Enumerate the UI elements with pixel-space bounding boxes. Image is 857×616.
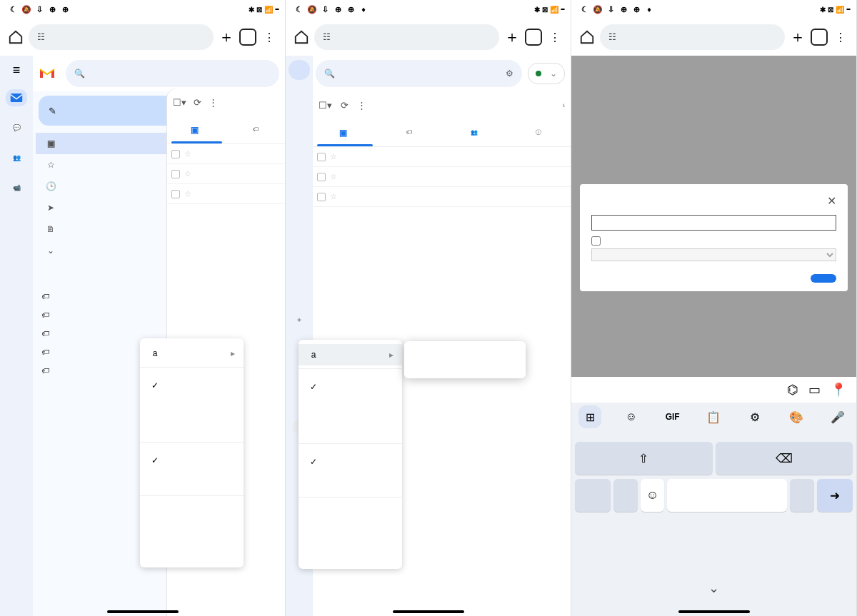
refresh-icon[interactable]: ⟳	[194, 97, 201, 108]
browser-menu-icon[interactable]: ⋮	[546, 29, 563, 46]
search-input[interactable]: 🔍	[66, 60, 279, 87]
new-tab-icon[interactable]: ＋	[503, 29, 521, 46]
star-icon[interactable]: ☆	[330, 172, 337, 181]
menu-show[interactable]: ✓	[140, 375, 244, 396]
prev-page-icon[interactable]: ‹	[563, 101, 565, 109]
menu-show-msg[interactable]: ✓	[299, 451, 402, 473]
save-button[interactable]	[811, 274, 836, 283]
checkbox[interactable]	[171, 190, 180, 198]
email-row[interactable]: ☆	[313, 167, 571, 187]
email-row[interactable]: ☆	[313, 147, 571, 167]
nav-handle[interactable]	[393, 610, 464, 613]
collapse-keyboard-icon[interactable]: ⌄	[708, 580, 719, 596]
checkbox[interactable]	[171, 150, 180, 158]
more-actions-icon[interactable]: ⋮	[209, 97, 218, 108]
home-icon[interactable]	[293, 29, 310, 46]
rail-spaces[interactable]: 👥	[0, 149, 33, 168]
nest-checkbox[interactable]	[591, 236, 601, 246]
search-input[interactable]: 🔍 ⚙	[316, 60, 522, 87]
home-icon[interactable]	[578, 29, 596, 46]
add-label-icon[interactable]: ＋	[286, 310, 313, 330]
star-icon[interactable]: ☆	[184, 149, 191, 158]
menu-edit[interactable]	[140, 499, 244, 520]
menu-label-colour[interactable]: a▸	[140, 343, 244, 364]
menu-add-sublabel[interactable]	[299, 543, 402, 565]
remove-colour[interactable]	[411, 364, 518, 371]
menu-hide[interactable]	[299, 419, 402, 440]
location-icon[interactable]: 📍	[831, 382, 846, 398]
menu-remove-label[interactable]	[299, 522, 402, 543]
star-icon[interactable]: ☆	[330, 152, 337, 161]
browser-menu-icon[interactable]: ⋮	[261, 29, 278, 46]
new-tab-icon[interactable]: ＋	[218, 29, 235, 46]
kb-clipboard-icon[interactable]: 📋	[702, 405, 725, 428]
menu-show[interactable]: ✓	[299, 376, 402, 398]
status-chip[interactable]: ⌄	[528, 63, 565, 84]
tab-promotions[interactable]: 🏷	[226, 126, 286, 133]
kb-mic-icon[interactable]: 🎤	[826, 405, 849, 428]
new-tab-icon[interactable]: ＋	[789, 29, 806, 46]
emoji-key[interactable]: ☺	[641, 479, 665, 512]
tab-social[interactable]: 👥	[442, 129, 506, 136]
period-key[interactable]	[790, 479, 814, 512]
gmail-logo[interactable]	[39, 65, 60, 82]
star-icon[interactable]: ☆	[330, 192, 337, 201]
menu-hide-msg[interactable]	[140, 471, 244, 493]
star-icon[interactable]: ☆	[184, 189, 191, 198]
hamburger-icon[interactable]: ≡	[13, 63, 21, 78]
select-all-checkbox[interactable]: ☐▾	[173, 97, 186, 108]
rail-chat[interactable]: 💬	[0, 119, 33, 138]
star-icon[interactable]: ☆	[184, 169, 191, 178]
checkbox[interactable]	[171, 170, 180, 178]
tab-primary[interactable]: ▣	[313, 118, 377, 146]
space-key[interactable]	[667, 479, 787, 512]
menu-edit[interactable]	[299, 500, 402, 522]
tab-switcher[interactable]	[525, 29, 542, 46]
kb-menu-icon[interactable]: ⊞	[578, 405, 601, 428]
home-icon[interactable]	[7, 29, 24, 46]
checkbox[interactable]	[317, 153, 326, 161]
nav-handle[interactable]	[107, 610, 179, 613]
nav-handle[interactable]	[678, 610, 750, 613]
comma-key[interactable]	[613, 479, 638, 512]
shift-key[interactable]: ⇧	[575, 442, 713, 475]
email-row[interactable]: ☆	[167, 144, 285, 164]
kb-theme-icon[interactable]: 🎨	[785, 405, 808, 428]
menu-show-if-unread[interactable]	[299, 398, 402, 419]
more-actions-icon[interactable]: ⋮	[357, 100, 366, 111]
key-icon[interactable]: ⌬	[787, 382, 798, 398]
menu-hide-msg[interactable]	[299, 473, 402, 494]
url-bar[interactable]: ☷	[29, 24, 214, 50]
tab-updates[interactable]: ⓘ	[506, 128, 571, 136]
add-custom-colour[interactable]	[411, 357, 518, 364]
kb-gif-icon[interactable]: GIF	[661, 405, 684, 428]
numeric-key[interactable]	[575, 479, 611, 512]
close-icon[interactable]: ✕	[827, 194, 836, 208]
refresh-icon[interactable]: ⟳	[341, 100, 349, 111]
card-icon[interactable]: ▭	[808, 382, 821, 398]
menu-add-sublabel[interactable]	[140, 542, 244, 563]
filter-icon[interactable]: ⚙	[506, 69, 513, 79]
kb-sticker-icon[interactable]: ☺	[620, 405, 643, 428]
tab-promotions[interactable]: 🏷	[377, 129, 441, 136]
tab-switcher[interactable]	[811, 29, 828, 46]
kb-settings-icon[interactable]: ⚙	[743, 405, 766, 428]
menu-label-colour[interactable]: a▸	[299, 344, 402, 365]
email-row[interactable]: ☆	[167, 184, 285, 204]
menu-show-msg[interactable]: ✓	[140, 450, 244, 471]
email-row[interactable]: ☆	[313, 187, 571, 207]
checkbox[interactable]	[317, 173, 326, 181]
menu-show-if-unread[interactable]	[140, 396, 244, 418]
menu-hide[interactable]	[140, 418, 244, 439]
nest-select[interactable]	[591, 248, 836, 261]
browser-menu-icon[interactable]: ⋮	[832, 29, 849, 46]
tab-primary[interactable]: ▣	[167, 116, 226, 143]
menu-remove-label[interactable]	[140, 520, 244, 542]
rail-meet[interactable]: 📹	[0, 179, 33, 198]
url-bar[interactable]: ☷	[600, 24, 785, 50]
checkbox[interactable]	[317, 193, 326, 201]
select-all-checkbox[interactable]: ☐▾	[319, 100, 332, 111]
url-bar[interactable]: ☷	[314, 24, 499, 50]
email-row[interactable]: ☆	[167, 164, 285, 184]
tab-switcher[interactable]	[239, 29, 256, 46]
